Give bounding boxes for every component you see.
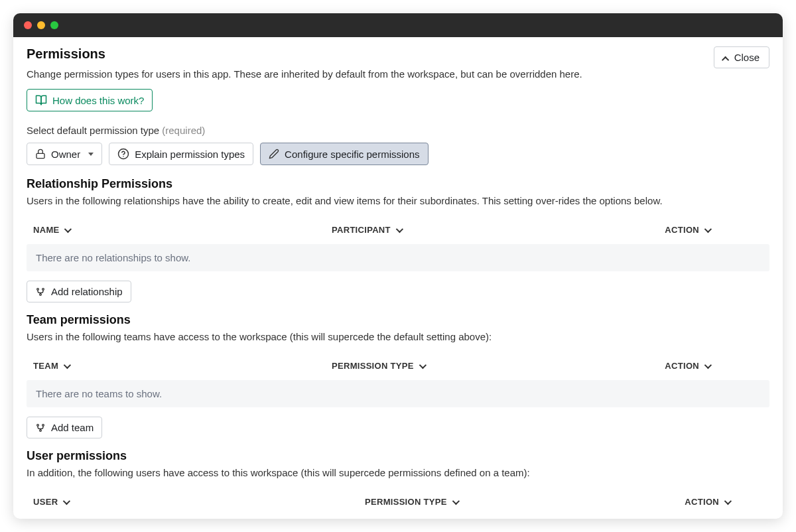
team-col-team-label: TEAM bbox=[33, 361, 58, 371]
team-title: Team permissions bbox=[27, 313, 769, 327]
relationship-col-participant[interactable]: PARTICIPANT bbox=[332, 225, 630, 235]
svg-rect-0 bbox=[36, 153, 44, 158]
team-col-action-label: ACTION bbox=[665, 361, 699, 371]
relationship-col-action[interactable]: ACTION bbox=[630, 225, 763, 235]
explain-permission-types-button[interactable]: Explain permission types bbox=[109, 143, 253, 165]
team-description: Users in the following teams have access… bbox=[27, 331, 769, 342]
add-relationship-button[interactable]: Add relationship bbox=[27, 281, 131, 302]
team-col-action[interactable]: ACTION bbox=[630, 361, 763, 371]
relationship-title: Relationship Permissions bbox=[27, 177, 769, 191]
add-team-label: Add team bbox=[51, 422, 94, 433]
branch-icon bbox=[35, 423, 46, 433]
window-maximize-button[interactable] bbox=[50, 21, 58, 29]
add-team-button[interactable]: Add team bbox=[27, 417, 102, 438]
branch-icon bbox=[35, 287, 46, 297]
user-col-action[interactable]: ACTION bbox=[630, 497, 763, 507]
pencil-icon bbox=[269, 149, 279, 159]
close-label: Close bbox=[734, 52, 760, 63]
traffic-lights bbox=[24, 21, 58, 29]
window-minimize-button[interactable] bbox=[37, 21, 45, 29]
required-label: (required) bbox=[162, 125, 205, 136]
default-permission-label: Select default permission type bbox=[27, 125, 159, 136]
owner-dropdown[interactable]: Owner bbox=[27, 143, 102, 165]
relationship-col-action-label: ACTION bbox=[665, 225, 699, 235]
configure-label: Configure specific permissions bbox=[285, 149, 419, 160]
owner-label: Owner bbox=[51, 149, 80, 160]
chevron-down-icon bbox=[396, 225, 403, 232]
chevron-down-icon bbox=[64, 225, 72, 232]
content: Permissions Close Change permission type… bbox=[13, 37, 783, 519]
relationship-col-name[interactable]: NAME bbox=[33, 225, 332, 235]
question-circle-icon bbox=[117, 148, 129, 160]
user-col-user[interactable]: USER bbox=[33, 497, 332, 507]
chevron-down-icon bbox=[419, 361, 426, 368]
lock-icon bbox=[35, 149, 46, 159]
team-col-permission-type-label: PERMISSION TYPE bbox=[332, 361, 414, 371]
user-table-header: USER PERMISSION TYPE ACTION bbox=[27, 488, 769, 516]
user-col-user-label: USER bbox=[33, 497, 58, 507]
relationship-section: Relationship Permissions Users in the fo… bbox=[27, 177, 769, 302]
page-description: Change permission types for users in thi… bbox=[27, 68, 769, 80]
chevron-down-icon bbox=[63, 497, 70, 504]
user-col-action-label: ACTION bbox=[685, 497, 719, 507]
chevron-down-icon bbox=[704, 361, 712, 368]
help-button[interactable]: How does this work? bbox=[27, 89, 153, 111]
user-section: User permissions In addition, the follow… bbox=[27, 449, 769, 516]
caret-down-icon bbox=[88, 153, 94, 156]
close-button[interactable]: Close bbox=[714, 46, 769, 68]
user-col-permission-type[interactable]: PERMISSION TYPE bbox=[332, 497, 630, 507]
configure-specific-permissions-button[interactable]: Configure specific permissions bbox=[260, 143, 428, 165]
team-col-permission-type[interactable]: PERMISSION TYPE bbox=[332, 361, 630, 371]
book-icon bbox=[35, 94, 47, 106]
titlebar bbox=[13, 13, 783, 37]
team-table-header: TEAM PERMISSION TYPE ACTION bbox=[27, 352, 769, 380]
explain-label: Explain permission types bbox=[135, 149, 245, 160]
chevron-down-icon bbox=[64, 361, 71, 368]
user-title: User permissions bbox=[27, 449, 769, 463]
page-title: Permissions bbox=[27, 46, 105, 62]
chevron-down-icon bbox=[704, 225, 712, 232]
relationship-empty-row: There are no relationships to show. bbox=[27, 244, 769, 271]
relationship-description: Users in the following relationships hav… bbox=[27, 195, 769, 206]
relationship-col-name-label: NAME bbox=[33, 225, 59, 235]
chevron-down-icon bbox=[452, 497, 459, 504]
chevron-down-icon bbox=[724, 497, 732, 504]
add-relationship-label: Add relationship bbox=[51, 286, 123, 297]
relationship-col-participant-label: PARTICIPANT bbox=[332, 225, 391, 235]
relationship-table-header: NAME PARTICIPANT ACTION bbox=[27, 216, 769, 244]
team-section: Team permissions Users in the following … bbox=[27, 313, 769, 438]
help-label: How does this work? bbox=[52, 95, 144, 106]
chevron-up-icon bbox=[722, 56, 729, 63]
user-col-permission-type-label: PERMISSION TYPE bbox=[365, 497, 447, 507]
team-col-team[interactable]: TEAM bbox=[33, 361, 332, 371]
app-window: Permissions Close Change permission type… bbox=[13, 13, 783, 519]
user-description: In addition, the following users have ac… bbox=[27, 467, 769, 478]
default-permission-label-row: Select default permission type (required… bbox=[27, 125, 769, 136]
window-close-button[interactable] bbox=[24, 21, 32, 29]
team-empty-row: There are no teams to show. bbox=[27, 380, 769, 407]
